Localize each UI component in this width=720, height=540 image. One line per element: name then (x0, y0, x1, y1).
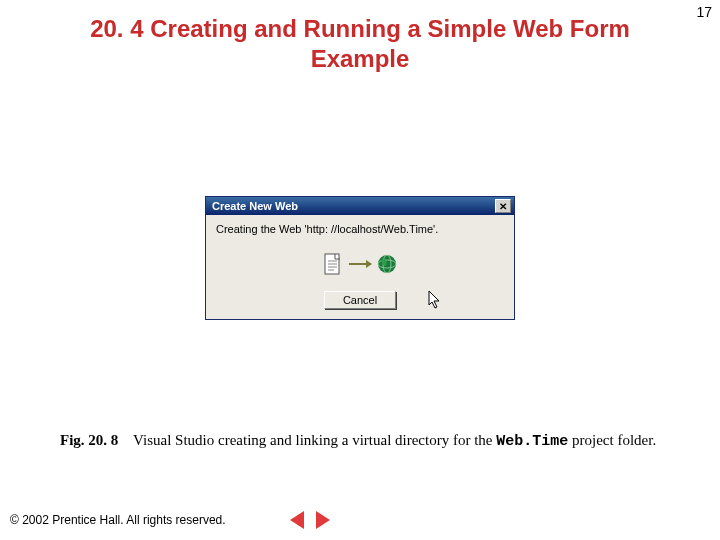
cancel-button[interactable]: Cancel (324, 291, 396, 309)
figure-number: Fig. 20. 8 (60, 432, 118, 448)
copyright: © 2002 Prentice Hall. All rights reserve… (10, 513, 226, 527)
dialog-buttons: Cancel (216, 291, 504, 309)
next-slide-button[interactable] (312, 510, 334, 530)
svg-point-5 (378, 255, 396, 273)
arrow-icon (349, 263, 371, 265)
section-heading: 20. 4 Creating and Running a Simple Web … (80, 14, 640, 74)
svg-marker-8 (429, 291, 439, 308)
nav-arrows (286, 510, 334, 530)
globe-icon (377, 254, 397, 274)
figure-caption: Fig. 20. 8 Visual Studio creating and li… (60, 430, 660, 452)
page-number: 17 (696, 4, 712, 20)
caption-text-after: project folder. (568, 432, 656, 448)
dialog-body: Creating the Web 'http: //localhost/Web.… (206, 215, 514, 319)
caption-text-before: Visual Studio creating and linking a vir… (133, 432, 496, 448)
mouse-cursor-icon (428, 290, 442, 314)
document-icon (323, 253, 343, 275)
close-icon[interactable]: ✕ (495, 199, 511, 213)
dialog-title: Create New Web (212, 200, 298, 212)
prev-slide-button[interactable] (286, 510, 308, 530)
footer: © 2002 Prentice Hall. All rights reserve… (10, 510, 334, 530)
progress-icons (216, 253, 504, 275)
dialog-message: Creating the Web 'http: //localhost/Web.… (216, 223, 504, 235)
create-new-web-dialog: Create New Web ✕ Creating the Web 'http:… (205, 196, 515, 320)
dialog-titlebar: Create New Web ✕ (206, 197, 514, 215)
caption-code: Web.Time (496, 433, 568, 450)
